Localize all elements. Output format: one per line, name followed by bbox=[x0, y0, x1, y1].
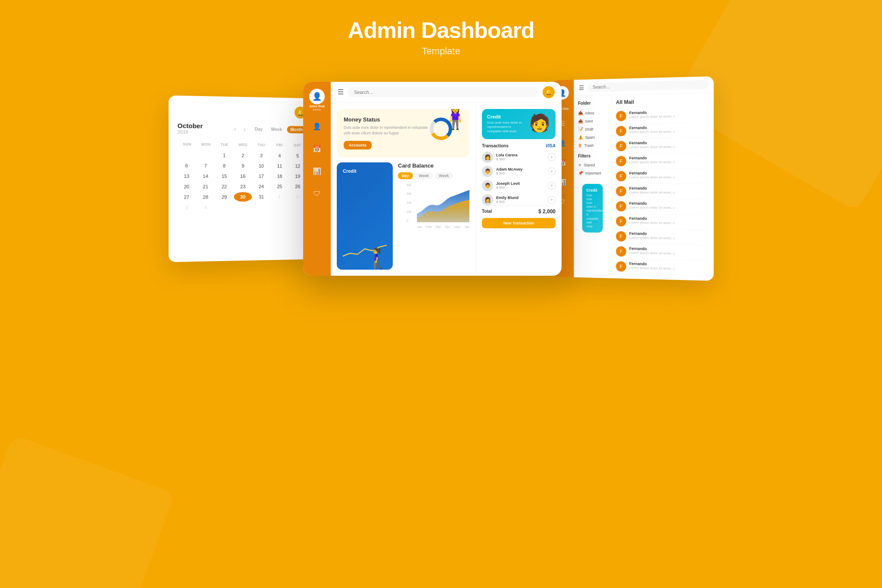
cal-prev-btn[interactable]: ‹ bbox=[232, 124, 238, 133]
trans-avatar-3: 👨 bbox=[482, 180, 493, 191]
calendar-day[interactable]: 8 bbox=[215, 161, 233, 170]
cal-next-btn[interactable]: › bbox=[242, 124, 248, 133]
trans-avatar-2: 👨 bbox=[482, 166, 493, 177]
folder-inbox[interactable]: 📥 Inbox bbox=[578, 109, 607, 117]
mail-menu-icon[interactable]: ☰ bbox=[579, 84, 584, 91]
sidebar-calendar-icon[interactable]: 📅 bbox=[310, 142, 324, 156]
mail-search-input[interactable] bbox=[587, 80, 708, 92]
calendar-day[interactable]: 18 bbox=[271, 171, 288, 181]
filter-stared[interactable]: ★ Stared bbox=[578, 161, 607, 169]
filters-title: Filters bbox=[578, 153, 607, 158]
mail-item[interactable]: F Fernando Lorem ipsum dolor sit amet, c bbox=[616, 199, 709, 215]
page-subtitle: Template bbox=[422, 46, 460, 57]
calendar-day[interactable]: 20 bbox=[177, 182, 196, 191]
calendar-day[interactable]: 17 bbox=[252, 171, 270, 181]
calendar-day[interactable]: 25 bbox=[271, 181, 288, 191]
sidebar-home-icon[interactable]: 👤 bbox=[310, 120, 324, 134]
transaction-row: 👩 Lola Carera $ 500 + bbox=[482, 152, 556, 163]
calendar-day[interactable]: 2 bbox=[234, 150, 252, 160]
mail-item-avatar: F bbox=[616, 186, 626, 196]
calendar-day[interactable]: 14 bbox=[196, 171, 214, 180]
mail-item[interactable]: F Fernando Lorem ipsum dolor sit amet, c bbox=[616, 229, 709, 246]
cal-tab-week[interactable]: Week bbox=[267, 125, 285, 133]
calendar-day[interactable]: 7 bbox=[196, 161, 214, 170]
cb-tab-week1[interactable]: Week bbox=[415, 172, 433, 179]
calendar-day[interactable]: 21 bbox=[196, 182, 214, 191]
mail-item[interactable]: F Fernando Lorem ipsum dolor sit amet, c bbox=[616, 184, 709, 199]
mail-item-avatar: F bbox=[616, 141, 626, 151]
mail-item[interactable]: F Fernando Lorem ipsum dolor sit amet, c bbox=[616, 169, 709, 184]
cal-tab-day[interactable]: Day bbox=[252, 125, 266, 133]
folder-trash[interactable]: 🗑 Trash bbox=[578, 141, 607, 149]
cb-tab-day[interactable]: Day bbox=[398, 172, 413, 179]
trash-icon: 🗑 bbox=[578, 143, 582, 148]
mail-items-container: F Fernando Lorem ipsum dolor sit amet, c… bbox=[616, 107, 709, 277]
new-transaction-button[interactable]: New Transaction bbox=[482, 218, 556, 228]
dash-user-name: John Doe bbox=[309, 104, 325, 108]
notification-icon[interactable]: 🔔 bbox=[543, 86, 555, 98]
trans-add-1[interactable]: + bbox=[548, 153, 556, 161]
calendar-day[interactable]: 3 bbox=[252, 151, 270, 160]
trans-add-3[interactable]: + bbox=[548, 182, 556, 190]
calendar-day[interactable]: 15 bbox=[215, 171, 233, 180]
calendar-day[interactable]: 4 bbox=[196, 202, 214, 212]
dashboard-left-panel: Money Status Duis aute irure dolor in re… bbox=[331, 103, 475, 276]
calendar-day[interactable]: 16 bbox=[234, 171, 252, 180]
mail-item-avatar: F bbox=[616, 171, 626, 181]
trans-add-2[interactable]: + bbox=[548, 168, 556, 175]
mail-credit-title: Credit bbox=[587, 188, 599, 193]
transactions-list: 👩 Lola Carera $ 500 + 👨 Adam Mc bbox=[482, 152, 556, 205]
calendar-day[interactable]: 31 bbox=[252, 192, 270, 201]
mail-item[interactable]: F Fernando Lorem ipsum dolor sit amet, c bbox=[616, 244, 709, 261]
card-balance-tabs: Day Week Week bbox=[398, 172, 469, 179]
calendar-day[interactable] bbox=[196, 150, 214, 160]
mail-item[interactable]: F Fernando Lorem ipsum dolor sit amet, c bbox=[616, 107, 709, 124]
calendar-day[interactable]: 29 bbox=[215, 192, 233, 202]
mail-mockup: 👤 John Doe ☰ 👤 📅 📊 🛡 ☰ Folder bbox=[551, 76, 714, 281]
calendar-day[interactable]: 4 bbox=[271, 151, 288, 160]
calendar-day[interactable] bbox=[177, 150, 196, 160]
sidebar-shield-icon[interactable]: 🛡 bbox=[310, 187, 324, 201]
folder-spam[interactable]: ⚠️ Spam bbox=[578, 133, 607, 142]
calendar-day[interactable]: 10 bbox=[252, 161, 270, 171]
menu-icon[interactable]: ☰ bbox=[338, 88, 344, 96]
total-label: Total bbox=[482, 209, 492, 214]
folder-sent[interactable]: 📤 Sent bbox=[578, 117, 607, 125]
calendar-day[interactable]: 23 bbox=[234, 181, 252, 191]
calendar-day[interactable]: 28 bbox=[196, 192, 214, 202]
calendar-day[interactable]: 6 bbox=[177, 161, 196, 170]
calendar-day[interactable]: 3 bbox=[177, 202, 196, 212]
calendar-day[interactable]: 1 bbox=[271, 192, 288, 201]
mail-item[interactable]: F Fernando Lorem ipsum dolor sit amet, c bbox=[616, 138, 709, 154]
filter-important[interactable]: 📌 Important bbox=[578, 169, 607, 177]
calendar-day[interactable]: 22 bbox=[215, 182, 233, 191]
transactions-title: Transactions bbox=[482, 143, 509, 148]
page-title: Admin Dashboard bbox=[348, 17, 534, 43]
calendar-day[interactable]: 9 bbox=[234, 161, 252, 170]
mail-item[interactable]: F Fernando Lorem ipsum dolor sit amet, c bbox=[616, 259, 709, 276]
dash-user-role: Admin bbox=[309, 108, 325, 111]
mail-list-title: All Mail bbox=[616, 97, 709, 105]
search-input[interactable] bbox=[348, 87, 538, 97]
mail-item-avatar: F bbox=[616, 111, 626, 121]
folder-draft[interactable]: 📝 Draft bbox=[578, 125, 607, 134]
card-balance-section: Card Balance Day Week Week 40k 30k bbox=[398, 162, 469, 270]
total-amount: $ 2,000 bbox=[538, 208, 556, 215]
mail-item[interactable]: F Fernando Lorem ipsum dolor sit amet, c bbox=[616, 214, 709, 230]
calendar-day[interactable]: 11 bbox=[271, 161, 288, 171]
calendar-day[interactable]: 27 bbox=[177, 192, 196, 202]
trans-add-4[interactable]: + bbox=[548, 196, 556, 204]
mail-item[interactable]: F Fernando Lorem ipsum dolor sit amet, c bbox=[616, 153, 709, 169]
calendar-day[interactable]: 24 bbox=[252, 181, 270, 191]
credit-card-mini: Credit 🚶‍♀️ bbox=[337, 162, 393, 270]
card-balance-chart: 40k 30k 20k 10k 0 bbox=[407, 184, 469, 231]
money-status-desc: Duis aute irure dolor in reprehenderit i… bbox=[344, 125, 428, 136]
mail-item[interactable]: F Fernando Lorem ipsum dolor sit amet, c bbox=[616, 122, 709, 139]
calendar-day[interactable]: 1 bbox=[215, 150, 233, 160]
transaction-row: 👨 Joseph Levit $ 500 + bbox=[482, 180, 556, 191]
calendar-day[interactable]: 30 bbox=[234, 192, 252, 201]
accounts-button[interactable]: Accounts bbox=[344, 141, 372, 149]
sidebar-chart-icon[interactable]: 📊 bbox=[310, 165, 324, 178]
cb-tab-week2[interactable]: Week bbox=[435, 172, 453, 179]
calendar-day[interactable]: 13 bbox=[177, 171, 196, 180]
